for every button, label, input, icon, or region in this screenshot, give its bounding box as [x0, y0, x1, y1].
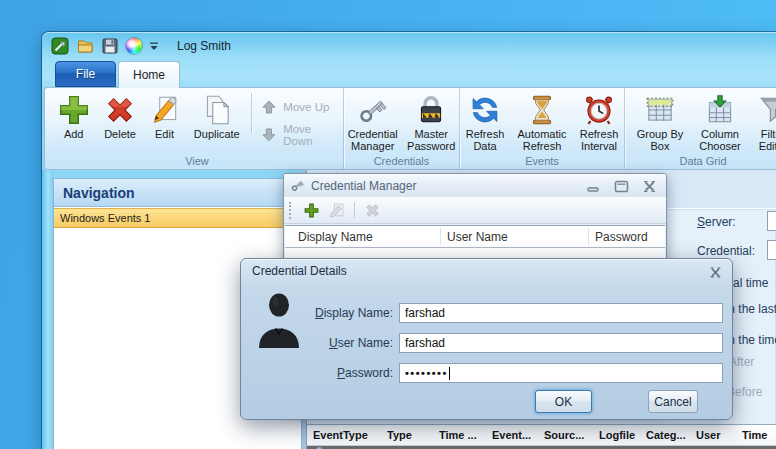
key-icon [290, 178, 305, 193]
alarm-clock-icon [582, 93, 616, 127]
credential-manager-title: Credential Manager [311, 179, 416, 193]
close-icon[interactable] [708, 264, 723, 277]
tab-file[interactable]: File [55, 61, 116, 87]
key-icon [356, 93, 390, 127]
column-separator[interactable] [588, 228, 589, 245]
delete-button[interactable]: Delete [96, 91, 143, 140]
app-logo-icon[interactable] [51, 37, 69, 55]
view-group-buttons: Add Delete Edit [51, 91, 343, 147]
filter-icon [756, 93, 776, 127]
credential-input[interactable] [767, 240, 776, 260]
ribbon-group-events: Refresh Data Automatic Refresh Refresh I… [460, 88, 625, 169]
password-masked-value: •••••••• [405, 367, 448, 379]
move-up-label: Move Up [283, 101, 329, 113]
server-input[interactable] [767, 211, 776, 231]
refresh-data-button[interactable]: Refresh Data [460, 91, 510, 152]
group-label-view: View [51, 155, 343, 167]
group-by-box-button[interactable]: Group By Box [631, 91, 689, 152]
automatic-refresh-label: Automatic Refresh [511, 128, 573, 152]
ribbon: Add Delete Edit [44, 87, 776, 170]
refresh-icon [468, 93, 502, 127]
grid-col-time1[interactable]: Time ... [439, 429, 488, 441]
column-chooser-icon [703, 93, 737, 127]
window-left-frame [42, 170, 53, 449]
grid-col-source[interactable]: Sourc... [544, 429, 595, 441]
group-label-credentials: Credentials [344, 155, 459, 167]
edit-label: Edit [155, 128, 174, 140]
close-icon[interactable] [641, 179, 658, 192]
move-up-button[interactable]: Move Up [261, 99, 343, 115]
cm-col-display-name[interactable]: Display Name [298, 230, 373, 244]
nav-item-windows-events-1[interactable]: Windows Events 1 [54, 208, 301, 228]
grid-col-eventtype[interactable]: EventType [313, 429, 383, 441]
grid-col-user[interactable]: User [696, 429, 738, 441]
grid-col-category[interactable]: Categ... [646, 429, 692, 441]
delete-credential-icon[interactable] [364, 202, 381, 219]
add-credential-icon[interactable] [303, 202, 320, 219]
toolbar-grip[interactable] [289, 202, 292, 219]
cm-col-user-name[interactable]: User Name [447, 230, 508, 244]
ribbon-group-view: Add Delete Edit [51, 88, 344, 169]
user-name-label: User Name: [261, 336, 393, 350]
column-chooser-button[interactable]: Column Chooser [691, 91, 749, 152]
grid-col-event[interactable]: Event... [492, 429, 540, 441]
grid-col-type[interactable]: Type [387, 429, 435, 441]
move-down-icon [261, 127, 277, 143]
move-up-icon [261, 99, 277, 115]
column-separator[interactable] [440, 228, 441, 245]
duplicate-label: Duplicate [194, 128, 240, 140]
display-name-value: farshad [405, 306, 445, 320]
edit-button[interactable]: Edit [144, 91, 185, 140]
tab-home-label: Home [133, 68, 165, 82]
qat-dropdown-icon[interactable] [149, 37, 159, 55]
move-down-button[interactable]: Move Down [261, 123, 343, 147]
password-label: Password: [261, 366, 393, 380]
open-folder-icon[interactable] [76, 37, 94, 55]
user-name-input[interactable]: farshad [399, 333, 723, 353]
duplicate-icon [200, 93, 234, 127]
display-name-input[interactable]: farshad [399, 303, 723, 323]
add-icon [57, 93, 91, 127]
master-password-label: Master Password [403, 128, 459, 152]
data-grid-group-buttons: Group By Box Column Chooser Filter Edito… [625, 91, 776, 152]
ribbon-tabs: File Home [42, 60, 776, 87]
window-title: Log Smith [177, 39, 231, 53]
navigation-title: Navigation [63, 185, 135, 201]
master-password-button[interactable]: Master Password [403, 91, 459, 152]
app-titlebar[interactable]: Log Smith [42, 32, 776, 60]
minimize-icon[interactable] [585, 179, 602, 192]
group-label-data-grid: Data Grid [625, 155, 776, 167]
credential-grid-header: Display Name User Name Password [285, 225, 665, 248]
tab-home[interactable]: Home [118, 61, 180, 88]
duplicate-button[interactable]: Duplicate [185, 91, 248, 140]
ok-button[interactable]: OK [535, 390, 592, 413]
group-label-events: Events [460, 155, 624, 167]
credential-manager-window-buttons [585, 179, 658, 192]
refresh-interval-button[interactable]: Refresh Interval [574, 91, 624, 152]
group-by-box-icon [643, 93, 677, 127]
desktop: Log Smith File Home Add [0, 0, 776, 449]
add-button[interactable]: Add [51, 91, 96, 140]
tab-file-label: File [76, 67, 95, 81]
toolbar-separator [354, 202, 355, 218]
credential-label: Credential: [697, 244, 755, 258]
group-by-box-label: Group By Box [631, 128, 689, 152]
password-input[interactable]: •••••••• [399, 363, 723, 383]
credential-details-dialog: Credential Details Display Name: farshad… [240, 258, 733, 420]
maximize-icon[interactable] [613, 179, 630, 192]
credential-manager-titlebar[interactable]: Credential Manager [284, 174, 666, 197]
automatic-refresh-button[interactable]: Automatic Refresh [511, 91, 573, 152]
server-label: Server: [697, 215, 736, 229]
grid-col-time2[interactable]: Time [742, 429, 776, 441]
grid-col-logfile[interactable]: Logfile [599, 429, 642, 441]
add-label: Add [64, 128, 84, 140]
filter-editor-button[interactable]: Filter Editor [751, 91, 776, 152]
save-icon[interactable] [101, 37, 119, 55]
credential-manager-button[interactable]: Credential Manager [344, 91, 401, 152]
move-buttons: Move Up Move Down [255, 91, 343, 147]
cancel-button[interactable]: Cancel [648, 390, 698, 413]
edit-credential-icon[interactable] [328, 202, 345, 219]
move-down-label: Move Down [283, 123, 343, 147]
color-wheel-icon[interactable] [126, 38, 142, 54]
cm-col-password[interactable]: Password [595, 230, 648, 244]
